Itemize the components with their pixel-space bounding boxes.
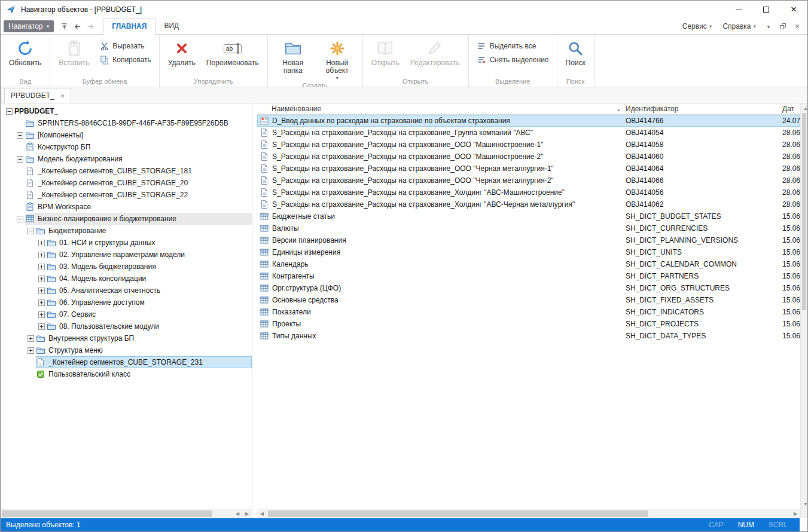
scroll-down-icon[interactable]: ▼ <box>801 499 808 509</box>
maximize-button[interactable] <box>752 1 780 19</box>
copy-button[interactable]: Копировать <box>95 54 155 66</box>
tree-item[interactable]: _Контейнер сегментов_CUBE_STORAGE_20 <box>1 177 252 189</box>
rename-button[interactable]: abПереименовать <box>202 36 264 77</box>
tree-item[interactable]: 03. Модель бюджетирования <box>1 261 252 273</box>
table-row[interactable]: S_Расходы на страхование_Расходы на стра… <box>257 198 800 210</box>
tree-item[interactable]: Бизнес-планирование и бюджетирование <box>1 213 252 225</box>
tab-main[interactable]: ГЛАВНАЯ <box>103 19 155 35</box>
expand-icon[interactable] <box>28 335 34 342</box>
table-row[interactable]: S_Расходы на страхование_Расходы на стра… <box>257 127 800 139</box>
tab-view[interactable]: ВИД <box>155 19 187 35</box>
tab-close-icon[interactable]: × <box>60 91 65 100</box>
scrollbar-thumb[interactable] <box>268 510 648 517</box>
scrollbar-thumb[interactable] <box>802 113 806 310</box>
tree-item[interactable]: Пользовательский класс <box>1 368 252 380</box>
expand-icon[interactable] <box>38 311 45 318</box>
grid-hscrollbar[interactable]: ◀ ▶ <box>257 509 800 518</box>
table-row[interactable]: S_Расходы на страхование_Расходы на стра… <box>257 186 800 198</box>
tree-item[interactable]: 08. Пользовательские модули <box>1 320 252 332</box>
expand-icon[interactable] <box>38 252 45 258</box>
tree-item[interactable]: Конструктор БП <box>1 141 252 153</box>
tree-item[interactable]: 07. Сервис <box>1 308 252 320</box>
scrollbar-thumb[interactable] <box>2 510 212 517</box>
tree-item[interactable]: 05. Аналитическая отчетность <box>1 285 252 296</box>
table-row[interactable]: Основные средстваSH_DICT_FIXED_ASSETS15.… <box>257 294 800 306</box>
tree-item[interactable]: [Компоненты] <box>1 129 252 141</box>
tree-item[interactable]: _Контейнер сегментов_CUBE_STORAGE_231 <box>1 356 252 368</box>
deselect-button[interactable]: Снять выделение <box>472 54 553 66</box>
scroll-left-icon[interactable]: ◀ <box>233 509 242 519</box>
navigator-app-button[interactable]: Навигатор ▾ <box>4 20 54 32</box>
help-menu[interactable]: Справка ▾ <box>718 22 761 30</box>
select-all-button[interactable]: Выделить все <box>472 40 553 52</box>
delete-button[interactable]: Удалить <box>163 36 200 77</box>
expand-icon[interactable] <box>38 323 45 330</box>
tree-item[interactable]: 06. Управление доступом <box>1 296 252 308</box>
collapse-icon[interactable] <box>6 108 13 115</box>
expand-icon[interactable] <box>38 276 45 282</box>
table-row[interactable]: S_Расходы на страхование_Расходы на стра… <box>257 175 800 186</box>
table-row[interactable]: D_Ввод данных по расходам на страхование… <box>257 115 800 127</box>
table-row[interactable]: ПроектыSH_DICT_PROJECTS15.06.2 <box>257 318 800 330</box>
column-header-name[interactable]: Наименование ▲ <box>257 105 623 113</box>
new-folder-button[interactable]: Новая папка <box>272 36 315 81</box>
expand-icon[interactable] <box>17 156 23 163</box>
table-row[interactable]: Орг.структура (ЦФО)SH_DICT_ORG_STRUCTURE… <box>257 282 800 294</box>
tree-item[interactable]: Внутренняя структура БП <box>1 332 252 344</box>
scroll-to-top-icon[interactable] <box>57 20 71 33</box>
table-row[interactable]: Единицы измеренияSH_DICT_UNITS15.06.2 <box>257 246 800 258</box>
table-row[interactable]: Версии планированияSH_DICT_PLANNING_VERS… <box>257 234 800 246</box>
tree-item[interactable]: _Контейнер сегментов_CUBE_STORAGE_22 <box>1 189 252 201</box>
table-row[interactable]: КонтрагентыSH_DICT_PARTNERS15.06.2 <box>257 270 800 282</box>
collapse-ribbon-icon[interactable]: ▾ <box>762 20 775 33</box>
search-button[interactable]: Поиск <box>561 36 590 77</box>
expand-icon[interactable] <box>38 240 45 246</box>
table-row[interactable]: S_Расходы на страхование_Расходы на стра… <box>257 163 800 175</box>
table-row[interactable]: S_Расходы на страхование_Расходы на стра… <box>257 139 800 151</box>
collapse-icon[interactable] <box>28 228 34 234</box>
tree-item[interactable]: SPRINTERS-8846CC1B-99DF-446F-AF35-F89E95… <box>1 117 252 129</box>
scroll-up-icon[interactable]: ▲ <box>801 103 808 113</box>
scroll-right-icon[interactable]: ▶ <box>242 509 252 519</box>
table-row[interactable]: КалендарьSH_DICT_CALENDAR_COMMON15.06.2 <box>257 258 800 270</box>
close-document-icon[interactable]: × <box>791 20 804 33</box>
collapse-icon[interactable] <box>17 216 23 222</box>
table-row[interactable]: ПоказателиSH_DICT_INDICATORS15.06.2 <box>257 306 800 318</box>
tree-hscrollbar[interactable]: ◀ ▶ <box>1 509 252 518</box>
minimize-button[interactable] <box>725 1 752 19</box>
tree-item[interactable]: 01. НСИ и структуры данных <box>1 237 252 249</box>
tree-item[interactable]: _Контейнер сегментов_CUBE_STORAGE_181 <box>1 165 252 177</box>
tree-item[interactable]: BPM Workspace <box>1 201 252 213</box>
expand-icon[interactable] <box>38 264 45 270</box>
scrollbar-track[interactable] <box>267 509 791 518</box>
table-row[interactable]: Типы данныхSH_DICT_DATA_TYPES15.06.2 <box>257 330 800 342</box>
scrollbar-track[interactable] <box>801 113 807 499</box>
restore-window-icon[interactable] <box>776 20 789 33</box>
column-header-date[interactable]: Дат <box>780 105 800 113</box>
column-header-id[interactable]: Идентификатор <box>623 105 780 113</box>
table-row[interactable]: ВалютыSH_DICT_CURRENCIES15.06.2 <box>257 222 800 234</box>
new-object-button[interactable]: Новый объект▾ <box>316 36 359 81</box>
expand-icon[interactable] <box>38 288 45 294</box>
table-row[interactable]: S_Расходы на страхование_Расходы на стра… <box>257 151 800 163</box>
document-tab[interactable]: PPBUDGET_ × <box>4 88 71 103</box>
grid-vscrollbar[interactable]: ▲ ▼ <box>800 103 807 518</box>
expand-icon[interactable] <box>28 347 34 354</box>
cut-button[interactable]: Вырезать <box>95 40 155 52</box>
tree-item[interactable]: Модель бюджетирования <box>1 153 252 165</box>
tree-item[interactable]: Структура меню <box>1 344 252 356</box>
expand-icon[interactable] <box>17 132 23 139</box>
scrollbar-track[interactable] <box>1 509 233 518</box>
scroll-right-icon[interactable]: ▶ <box>791 509 800 519</box>
scroll-left-icon[interactable]: ◀ <box>257 509 267 519</box>
service-menu[interactable]: Сервис ▾ <box>678 22 717 30</box>
tree-item[interactable]: 04. Модель консолидации <box>1 273 252 285</box>
close-button[interactable]: × <box>780 1 807 19</box>
tree-item[interactable]: 02. Управление параметрами модели <box>1 249 252 261</box>
resize-grip[interactable] <box>800 518 807 531</box>
tree-item[interactable]: PPBUDGET_ <box>1 105 252 117</box>
table-row[interactable]: Бюджетные статьиSH_DICT_BUDGET_STATES15.… <box>257 210 800 222</box>
tree-item[interactable]: Бюджетирование <box>1 225 252 237</box>
back-icon[interactable] <box>71 20 84 33</box>
panel-splitter[interactable] <box>252 103 257 518</box>
